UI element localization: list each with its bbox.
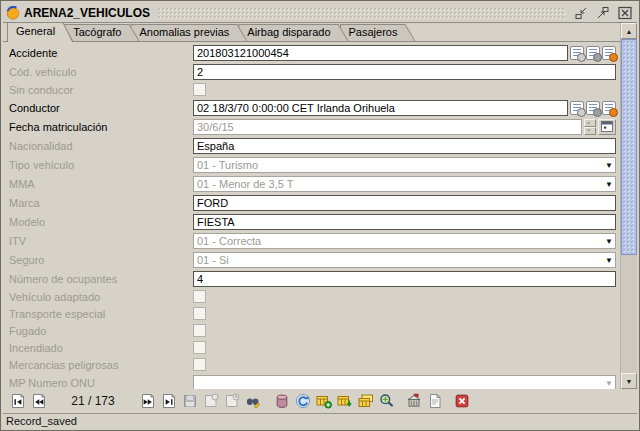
- form-row-fecha-matriculacion: Fecha matriculación: [9, 117, 618, 136]
- form-row-incendiado: Incendiado: [9, 339, 618, 356]
- numero-ocupantes-label: Número de ocupantes: [9, 273, 193, 285]
- modelo-label: Modelo: [9, 216, 193, 228]
- form-row-marca: Marca: [9, 193, 618, 212]
- date-spinner[interactable]: [584, 119, 596, 135]
- scrollbar-track[interactable]: [621, 39, 637, 373]
- previous-record-button[interactable]: [29, 392, 48, 411]
- mercancias-peligrosas-label: Mercancias peligrosas: [9, 359, 193, 371]
- mp-numero-onu-label: MP Numero ONU: [9, 377, 193, 389]
- calendar-button[interactable]: [598, 119, 616, 135]
- tab-bar: General Tacógrafo Anomalias previas Airb…: [3, 23, 620, 42]
- status-bar: Record_saved: [3, 413, 637, 428]
- table-add-button[interactable]: [314, 392, 333, 411]
- form-row-conductor: Conductor: [9, 98, 618, 117]
- close-button[interactable]: [616, 5, 634, 21]
- transporte-especial-checkbox[interactable]: [193, 307, 206, 320]
- form-row-numero-ocupantes: Número de ocupantes: [9, 269, 618, 288]
- vertical-scrollbar[interactable]: [620, 23, 637, 389]
- general-form: Accidente Cód. vehículo Sin conducor: [3, 42, 620, 389]
- save-button[interactable]: [180, 392, 199, 411]
- table-download-button[interactable]: [335, 392, 354, 411]
- scroll-up-button[interactable]: [621, 23, 637, 39]
- form-row-mma: MMA 01 - Menor de 3,5 T: [9, 174, 618, 193]
- form-row-modelo: Modelo: [9, 212, 618, 231]
- fecha-matriculacion-input[interactable]: [193, 119, 582, 135]
- conductor-lookup-button[interactable]: [570, 101, 584, 115]
- record-lookup-button[interactable]: [570, 46, 584, 60]
- sin-conductor-checkbox[interactable]: [193, 83, 206, 96]
- tab-anomalias-previas[interactable]: Anomalias previas: [130, 24, 247, 41]
- first-record-button[interactable]: [8, 392, 27, 411]
- mp-numero-onu-select[interactable]: [193, 375, 616, 390]
- cod-vehiculo-input[interactable]: [193, 64, 616, 80]
- last-record-button[interactable]: [159, 392, 178, 411]
- tipo-vehiculo-label: Tipo vehículo: [9, 159, 193, 171]
- database-button[interactable]: [272, 392, 291, 411]
- tab-pasajeros[interactable]: Pasajeros: [340, 24, 416, 41]
- incendiado-checkbox[interactable]: [193, 341, 206, 354]
- seguro-select[interactable]: 01 - Si: [193, 252, 616, 268]
- fecha-matriculacion-label: Fecha matriculación: [9, 121, 193, 133]
- form-row-itv: ITV 01 - Correcta: [9, 231, 618, 250]
- form-row-vehiculo-adaptado: Vehículo adaptado: [9, 288, 618, 305]
- new-record-clock-button[interactable]: [222, 392, 241, 411]
- nacionalidad-input[interactable]: [193, 138, 616, 154]
- titlebar[interactable]: ARENA2_VEHICULOS: [3, 3, 637, 23]
- form-row-mp-numero-onu: MP Numero ONU: [9, 373, 618, 389]
- document-button[interactable]: [425, 392, 444, 411]
- refresh-button[interactable]: [293, 392, 312, 411]
- form-row-tipo-vehiculo: Tipo vehículo 01 - Turismo: [9, 155, 618, 174]
- mercancias-peligrosas-checkbox[interactable]: [193, 358, 206, 371]
- itv-select[interactable]: 01 - Correcta: [193, 233, 616, 249]
- record-counter: 21 / 173: [50, 394, 136, 408]
- status-text: Record_saved: [6, 415, 77, 427]
- conductor-edit-button[interactable]: [602, 101, 616, 115]
- form-row-cod-vehiculo: Cód. vehículo: [9, 62, 618, 81]
- app-icon: [6, 6, 20, 20]
- titlebar-texture: [157, 7, 565, 19]
- mma-select[interactable]: 01 - Menor de 3,5 T: [193, 176, 616, 192]
- record-clear-button[interactable]: [586, 46, 600, 60]
- record-toolbar: 21 / 173: [3, 389, 637, 413]
- transporte-especial-label: Transporte especial: [9, 308, 193, 320]
- cod-vehiculo-label: Cód. vehículo: [9, 66, 193, 78]
- accidente-input[interactable]: [193, 45, 568, 61]
- form-row-transporte-especial: Transporte especial: [9, 305, 618, 322]
- new-record-button[interactable]: [201, 392, 220, 411]
- fugado-checkbox[interactable]: [193, 324, 206, 337]
- window-title: ARENA2_VEHICULOS: [24, 6, 150, 20]
- minimize-button[interactable]: [572, 5, 590, 21]
- marca-input[interactable]: [193, 195, 616, 211]
- scroll-down-button[interactable]: [621, 373, 637, 389]
- form-row-fugado: Fugado: [9, 322, 618, 339]
- zoom-search-button[interactable]: [377, 392, 396, 411]
- conductor-input[interactable]: [193, 100, 568, 116]
- building-button[interactable]: [404, 392, 423, 411]
- next-record-button[interactable]: [138, 392, 157, 411]
- form-row-seguro: Seguro 01 - Si: [9, 250, 618, 269]
- tab-tacografo[interactable]: Tacógrafo: [64, 24, 139, 41]
- seguro-label: Seguro: [9, 254, 193, 266]
- nacionalidad-label: Nacionalidad: [9, 140, 193, 152]
- vehiculo-adaptado-checkbox[interactable]: [193, 290, 206, 303]
- modelo-input[interactable]: [193, 214, 616, 230]
- restore-button[interactable]: [594, 5, 612, 21]
- incendiado-label: Incendiado: [9, 342, 193, 354]
- tab-general[interactable]: General: [7, 22, 73, 41]
- conductor-clear-button[interactable]: [586, 101, 600, 115]
- scrollbar-thumb[interactable]: [621, 39, 637, 255]
- tab-airbag-disparado[interactable]: Airbag disparado: [238, 24, 348, 41]
- find-button[interactable]: [243, 392, 262, 411]
- arena2-vehiculos-window: ARENA2_VEHICULOS General Tacógrafo Anoma…: [0, 0, 640, 431]
- numero-ocupantes-input[interactable]: [193, 271, 616, 287]
- tipo-vehiculo-select[interactable]: 01 - Turismo: [193, 157, 616, 173]
- itv-label: ITV: [9, 235, 193, 247]
- form-row-mercancias-peligrosas: Mercancias peligrosas: [9, 356, 618, 373]
- record-edit-button[interactable]: [602, 46, 616, 60]
- conductor-label: Conductor: [9, 102, 193, 114]
- mma-label: MMA: [9, 178, 193, 190]
- delete-button[interactable]: [452, 392, 471, 411]
- vehiculo-adaptado-label: Vehículo adaptado: [9, 291, 193, 303]
- table-copy-button[interactable]: [356, 392, 375, 411]
- form-row-accidente: Accidente: [9, 43, 618, 62]
